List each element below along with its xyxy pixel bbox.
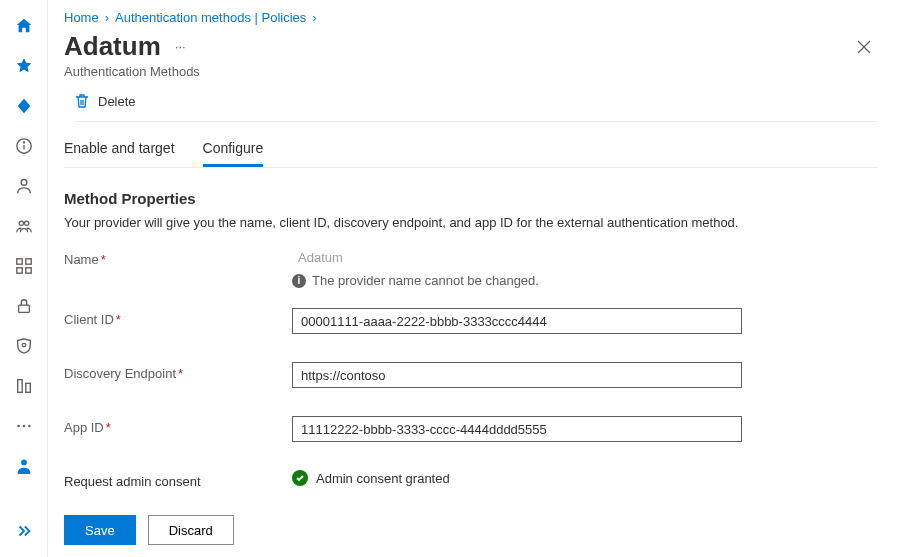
nav-lock[interactable] [4, 288, 44, 324]
svg-point-17 [21, 460, 27, 466]
svg-point-4 [19, 221, 23, 225]
client-id-input[interactable] [292, 308, 742, 334]
org-icon [15, 377, 33, 395]
method-form: Name* Adatum i The provider name cannot … [64, 248, 878, 517]
svg-rect-10 [18, 305, 29, 312]
person-filled-icon [15, 457, 33, 475]
svg-point-3 [21, 180, 27, 186]
shield-icon [15, 337, 33, 355]
breadcrumb-policies[interactable]: Authentication methods | Policies [115, 10, 306, 25]
tab-configure[interactable]: Configure [203, 136, 264, 167]
breadcrumb-home[interactable]: Home [64, 10, 99, 25]
nav-apps[interactable] [4, 248, 44, 284]
required-mark: * [101, 252, 106, 267]
svg-rect-9 [25, 268, 30, 273]
app-id-input[interactable] [292, 416, 742, 442]
section-title: Method Properties [64, 190, 878, 207]
delete-button[interactable]: Delete [98, 94, 136, 109]
nav-more[interactable] [4, 408, 44, 444]
svg-point-15 [22, 425, 25, 428]
tabs: Enable and target Configure [64, 136, 878, 168]
consent-status: Admin consent granted [316, 471, 450, 486]
svg-rect-7 [25, 259, 30, 264]
svg-rect-13 [25, 383, 30, 392]
nav-home[interactable] [4, 8, 44, 44]
nav-shield[interactable] [4, 328, 44, 364]
section-description: Your provider will give you the name, cl… [64, 215, 878, 230]
svg-rect-12 [17, 380, 22, 393]
svg-point-14 [17, 425, 20, 428]
breadcrumb: Home › Authentication methods | Policies… [64, 10, 878, 25]
info-icon: i [292, 274, 306, 288]
grid-icon [15, 257, 33, 275]
nav-diamond[interactable] [4, 88, 44, 124]
nav-info[interactable] [4, 128, 44, 164]
nav-org[interactable] [4, 368, 44, 404]
breadcrumb-sep: › [105, 10, 109, 25]
svg-point-5 [24, 221, 28, 225]
discovery-label: Discovery Endpoint* [64, 362, 292, 381]
breadcrumb-sep-2: › [312, 10, 316, 25]
page-title: Adatum [64, 31, 161, 62]
check-icon [292, 470, 308, 486]
nav-groups[interactable] [4, 208, 44, 244]
save-button[interactable]: Save [64, 515, 136, 545]
footer-actions: Save Discard [64, 515, 234, 545]
left-nav [0, 0, 48, 557]
svg-point-2 [23, 142, 24, 143]
required-mark: * [178, 366, 183, 381]
nav-user-active[interactable] [4, 448, 44, 484]
consent-label: Request admin consent [64, 470, 292, 489]
star-icon [15, 57, 33, 75]
nav-expand[interactable] [4, 513, 44, 549]
svg-rect-8 [16, 268, 21, 273]
title-more-button[interactable]: ··· [175, 39, 186, 54]
name-label: Name* [64, 248, 292, 267]
app-id-label: App ID* [64, 416, 292, 435]
close-icon [857, 40, 871, 54]
name-info-text: The provider name cannot be changed. [312, 273, 539, 288]
lock-icon [15, 297, 33, 315]
svg-point-11 [22, 343, 26, 347]
client-id-label: Client ID* [64, 308, 292, 327]
discard-button[interactable]: Discard [148, 515, 234, 545]
info-circle-icon [15, 137, 33, 155]
people-icon [15, 217, 33, 235]
name-value: Adatum [292, 248, 742, 267]
required-mark: * [116, 312, 121, 327]
main-content: Home › Authentication methods | Policies… [48, 0, 902, 557]
nav-user[interactable] [4, 168, 44, 204]
required-mark: * [106, 420, 111, 435]
nav-favorites[interactable] [4, 48, 44, 84]
delete-icon [74, 93, 90, 109]
discovery-endpoint-input[interactable] [292, 362, 742, 388]
svg-point-16 [28, 425, 31, 428]
command-bar: Delete [74, 93, 878, 122]
page-subtitle: Authentication Methods [64, 64, 878, 79]
diamond-icon [15, 97, 33, 115]
person-icon [15, 177, 33, 195]
close-button[interactable] [850, 33, 878, 61]
home-icon [15, 17, 33, 35]
svg-rect-6 [16, 259, 21, 264]
ellipsis-icon [15, 417, 33, 435]
chevron-right-double-icon [15, 522, 33, 540]
tab-enable-target[interactable]: Enable and target [64, 136, 175, 167]
